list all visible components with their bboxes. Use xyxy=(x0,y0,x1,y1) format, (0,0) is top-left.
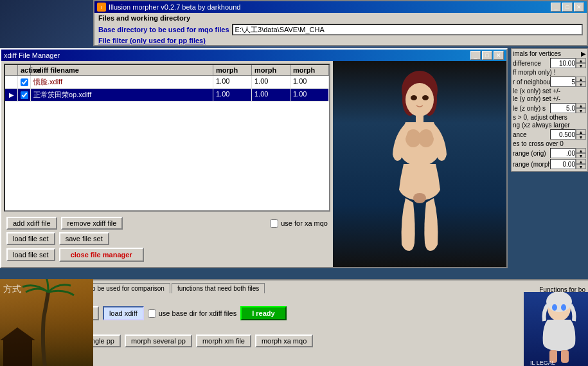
difference-spinner-btn[interactable]: ▲ ▼ xyxy=(576,58,586,68)
svg-point-4 xyxy=(411,95,417,100)
load-file-set-button[interactable]: load file set xyxy=(6,232,55,245)
morph-xm-file-button[interactable]: morph xm file xyxy=(196,334,251,347)
use-xa-label: use for xa mqo xyxy=(281,219,328,227)
xdiff-minimize-button[interactable]: _ xyxy=(470,51,481,60)
neighbours-spinner-btn[interactable]: ▲ ▼ xyxy=(576,77,586,87)
row-morph2-2: 1.00 xyxy=(252,89,290,101)
neighbours-spinner[interactable]: ▲ ▼ xyxy=(550,77,586,87)
z-up[interactable]: ▲ xyxy=(576,103,586,108)
rp-row-xz-larger: ng (xz always larger xyxy=(513,122,586,129)
load-file-set-button-2[interactable]: load file set xyxy=(6,248,55,261)
load-xdiff-button[interactable]: load xdiff xyxy=(103,306,144,320)
difference-spinner[interactable]: ▲ ▼ xyxy=(550,58,586,68)
neighbours-up[interactable]: ▲ xyxy=(576,77,586,82)
svg-rect-6 xyxy=(416,114,423,122)
morph-xa-mqo-button[interactable]: morph xa mqo xyxy=(255,334,313,347)
difference-up[interactable]: ▲ xyxy=(576,58,586,63)
neighbours-down[interactable]: ▼ xyxy=(576,82,586,87)
range-morph-spinner[interactable]: ▲ ▼ xyxy=(550,159,586,169)
minimize-button[interactable]: _ xyxy=(551,3,561,12)
i-ready-button[interactable]: I ready xyxy=(240,306,286,320)
character-svg xyxy=(381,71,458,257)
xdiff-win-controls: _ □ ✕ xyxy=(470,51,504,60)
rp-label-difference: difference xyxy=(513,60,550,67)
range-morph-down[interactable]: ▼ xyxy=(576,164,586,169)
row-checkbox-2[interactable] xyxy=(18,89,31,101)
maximize-button[interactable]: □ xyxy=(562,3,573,12)
xdiff-maximize-button[interactable]: □ xyxy=(482,51,492,60)
checkbox-1[interactable] xyxy=(21,78,28,86)
svg-point-16 xyxy=(561,304,566,311)
tab-both-files[interactable]: functions that need both files xyxy=(172,283,265,293)
rp-label-adjust: s > 0, adjust others xyxy=(513,114,586,121)
xdiff-close-button[interactable]: ✕ xyxy=(494,51,504,60)
rp-label-neighbours: r of neighbours xyxy=(513,78,550,86)
rp-row-vertices: imals for vertices ▶ xyxy=(513,50,586,57)
checkbox-2[interactable] xyxy=(21,91,28,99)
use-base-dir-checkbox[interactable] xyxy=(148,309,156,318)
btn-row-1: add xdiff file remove xdiff file use for… xyxy=(6,217,328,230)
buttons-area: add xdiff file remove xdiff file use for… xyxy=(4,214,330,264)
range-morph-spinner-btn[interactable]: ▲ ▼ xyxy=(576,159,586,169)
rp-label-range-morph: range (morph) xyxy=(513,161,550,168)
window-controls: _ □ ✕ xyxy=(551,3,584,12)
scroll-right: ▶ xyxy=(581,50,586,57)
row-checkbox-1[interactable] xyxy=(18,76,31,88)
svg-point-8 xyxy=(418,129,434,147)
btn-row-2: load file set save file set xyxy=(6,232,328,245)
xdiff-left-panel: active xdiff filename morph morph morph … xyxy=(1,61,333,267)
row-morph2-1: 1.00 xyxy=(252,76,290,88)
use-base-dir-label: use base dir for xdiff files xyxy=(159,309,236,317)
ance-spinner-btn[interactable]: ▲ ▼ xyxy=(576,129,586,140)
difference-down[interactable]: ▼ xyxy=(576,63,586,68)
ance-spinner[interactable]: ▲ ▼ xyxy=(550,129,586,140)
rp-label-z-only: le (z only) s xyxy=(513,105,550,112)
ance-down[interactable]: ▼ xyxy=(576,134,586,140)
svg-rect-18 xyxy=(561,350,569,363)
close-button[interactable]: ✕ xyxy=(574,3,584,12)
right-panel: imals for vertices ▶ difference ▲ ▼ ff m… xyxy=(511,48,588,172)
range-orig-spinner-btn[interactable]: ▲ ▼ xyxy=(576,148,586,158)
difference-input[interactable] xyxy=(550,58,576,68)
range-orig-spinner[interactable]: ▲ ▼ xyxy=(550,148,586,158)
rp-label-cross: es to cross over 0 xyxy=(513,140,586,147)
range-orig-down[interactable]: ▼ xyxy=(576,153,586,158)
btn-row-3: load file set close file manager xyxy=(6,248,328,262)
file-filter-label[interactable]: File filter (only used for pp files) xyxy=(98,37,206,44)
morph-several-pp-button[interactable]: morph several pp xyxy=(125,334,192,347)
rp-row-z-only: le (z only) s ▲ ▼ xyxy=(513,103,586,113)
row-filename-1: 惯脸.xdiff xyxy=(31,76,213,88)
table-body: 惯脸.xdiff 1.00 1.00 1.00 ▶ 正常茨田荣op.xdiff … xyxy=(5,76,329,102)
svg-point-3 xyxy=(405,83,434,116)
range-orig-input[interactable] xyxy=(550,148,576,158)
neighbours-input[interactable] xyxy=(550,77,576,87)
z-spinner-btn[interactable]: ▲ ▼ xyxy=(576,103,586,113)
use-xa-checkbox[interactable] xyxy=(270,219,278,228)
rp-row-range-orig: range (orig) ▲ ▼ xyxy=(513,148,586,158)
xdiff-content: active xdiff filename morph morph morph … xyxy=(1,61,506,267)
close-file-manager-button[interactable]: close file manager xyxy=(59,248,144,262)
z-spinner[interactable]: ▲ ▼ xyxy=(550,103,586,113)
z-input[interactable] xyxy=(550,103,576,113)
z-down[interactable]: ▼ xyxy=(576,108,586,113)
ance-up[interactable]: ▲ xyxy=(576,129,586,134)
add-xdiff-button[interactable]: add xdiff file xyxy=(6,217,57,230)
range-morph-input[interactable] xyxy=(550,159,576,169)
palm-tree-svg: 方式 xyxy=(0,279,93,366)
rp-label-range-orig: range (orig) xyxy=(513,150,550,157)
rp-row-neighbours: r of neighbours ▲ ▼ xyxy=(513,77,586,87)
save-file-set-button[interactable]: save file set xyxy=(59,232,109,245)
anime-figure-svg: IL LEGAL xyxy=(524,292,588,366)
rp-row-adjust: s > 0, adjust others xyxy=(513,114,586,121)
range-morph-up[interactable]: ▲ xyxy=(576,159,586,164)
remove-xdiff-button[interactable]: remove xdiff file xyxy=(61,217,123,230)
svg-point-5 xyxy=(422,95,429,100)
ance-input[interactable] xyxy=(550,129,576,140)
range-orig-up[interactable]: ▲ xyxy=(576,148,586,153)
table-row[interactable]: 惯脸.xdiff 1.00 1.00 1.00 xyxy=(5,76,329,89)
row-morph1-2: 1.00 xyxy=(213,89,252,101)
table-row[interactable]: ▶ 正常茨田荣op.xdiff 1.00 1.00 1.00 xyxy=(5,89,329,102)
illusion-titlebar: I Illusion morpher v0.2.7 beta by darkho… xyxy=(94,1,587,13)
base-dir-input[interactable] xyxy=(232,24,583,35)
rp-row-x-only: le (x only) set +/- xyxy=(513,87,586,95)
